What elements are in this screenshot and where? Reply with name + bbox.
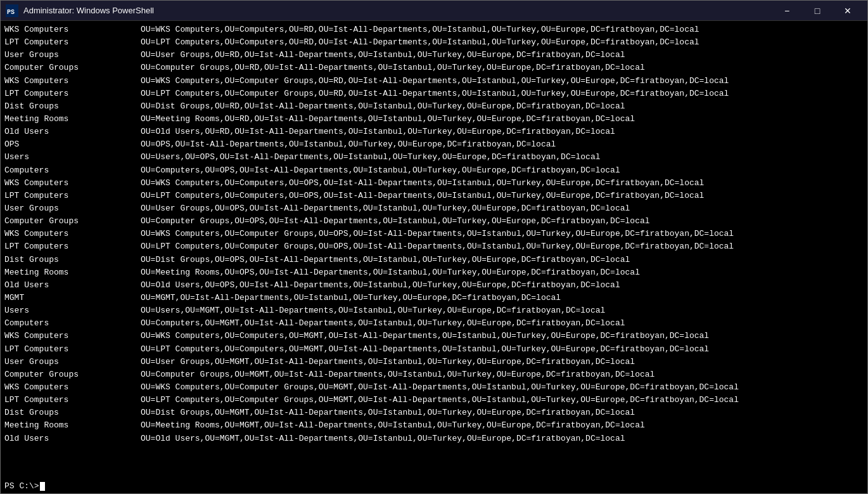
ou-name: Meeting Rooms xyxy=(4,266,141,279)
ou-name: Old Users xyxy=(4,432,141,445)
ou-dn: OU=LPT Computers,OU=Computers,OU=OPS,OU=… xyxy=(141,190,704,202)
prompt-line: PS C:\> xyxy=(4,481,864,491)
ou-dn: OU=Old Users,OU=RD,OU=Ist-All-Department… xyxy=(141,126,615,138)
ou-name: User Groups xyxy=(4,356,141,368)
table-row: Old UsersOU=Old Users,OU=RD,OU=Ist-All-D… xyxy=(4,126,864,138)
title-bar: PS Administrator: Windows PowerShell − □… xyxy=(1,1,867,21)
ou-name: WKS Computers xyxy=(4,228,141,240)
ou-name: User Groups xyxy=(4,49,141,62)
table-row: Meeting RoomsOU=Meeting Rooms,OU=OPS,OU=… xyxy=(4,266,864,279)
ou-name: Dist Groups xyxy=(4,100,141,113)
ou-name: LPT Computers xyxy=(4,88,141,100)
prompt-text: PS C:\> xyxy=(4,481,39,491)
table-row: UsersOU=Users,OU=MGMT,OU=Ist-All-Departm… xyxy=(4,304,864,317)
ou-name: WKS Computers xyxy=(4,75,141,88)
ou-name: WKS Computers xyxy=(4,177,141,190)
ou-dn: OU=User Groups,OU=RD,OU=Ist-All-Departme… xyxy=(141,49,625,62)
ou-dn: OU=Computer Groups,OU=RD,OU=Ist-All-Depa… xyxy=(141,62,645,74)
ou-dn: OU=LPT Computers,OU=Computers,OU=MGMT,OU… xyxy=(141,343,709,356)
table-row: Meeting RoomsOU=Meeting Rooms,OU=RD,OU=I… xyxy=(4,113,864,126)
table-row: Computer GroupsOU=Computer Groups,OU=MGM… xyxy=(4,368,864,381)
table-row: Dist GroupsOU=Dist Groups,OU=RD,OU=Ist-A… xyxy=(4,100,864,113)
console-area[interactable]: WKS ComputersOU=WKS Computers,OU=Compute… xyxy=(1,21,867,493)
ou-name: WKS Computers xyxy=(4,23,141,36)
ou-name: Users xyxy=(4,151,141,164)
ou-dn: OU=Computer Groups,OU=MGMT,OU=Ist-All-De… xyxy=(141,368,654,381)
ou-dn: OU=LPT Computers,OU=Computer Groups,OU=O… xyxy=(141,240,734,253)
ou-dn: OU=WKS Computers,OU=Computer Groups,OU=R… xyxy=(141,75,729,88)
table-row: WKS ComputersOU=WKS Computers,OU=Compute… xyxy=(4,177,864,190)
ou-name: Dist Groups xyxy=(4,254,141,266)
table-row: WKS ComputersOU=WKS Computers,OU=Compute… xyxy=(4,23,864,36)
table-row: ComputersOU=Computers,OU=MGMT,OU=Ist-All… xyxy=(4,317,864,330)
ou-dn: OU=OPS,OU=Ist-All-Departments,OU=Istanbu… xyxy=(141,138,556,151)
table-row: LPT ComputersOU=LPT Computers,OU=Compute… xyxy=(4,190,864,202)
ou-name: Meeting Rooms xyxy=(4,113,141,126)
ou-name: User Groups xyxy=(4,202,141,215)
table-row: LPT ComputersOU=LPT Computers,OU=Compute… xyxy=(4,240,864,253)
cursor xyxy=(40,482,45,491)
ou-dn: OU=Users,OU=OPS,OU=Ist-All-Departments,O… xyxy=(141,151,601,164)
ou-dn: OU=Old Users,OU=OPS,OU=Ist-All-Departmen… xyxy=(141,279,620,292)
ou-name: Old Users xyxy=(4,126,141,138)
table-row: LPT ComputersOU=LPT Computers,OU=Compute… xyxy=(4,343,864,356)
table-row: User GroupsOU=User Groups,OU=OPS,OU=Ist-… xyxy=(4,202,864,215)
close-button[interactable]: ✕ xyxy=(833,1,862,21)
ou-name: OPS xyxy=(4,138,141,151)
table-row: WKS ComputersOU=WKS Computers,OU=Compute… xyxy=(4,330,864,342)
table-row: User GroupsOU=User Groups,OU=RD,OU=Ist-A… xyxy=(4,49,864,62)
table-row: ComputersOU=Computers,OU=OPS,OU=Ist-All-… xyxy=(4,164,864,177)
ou-dn: OU=WKS Computers,OU=Computer Groups,OU=M… xyxy=(141,381,739,394)
table-row: WKS ComputersOU=WKS Computers,OU=Compute… xyxy=(4,228,864,240)
table-row: WKS ComputersOU=WKS Computers,OU=Compute… xyxy=(4,75,864,88)
ou-dn: OU=LPT Computers,OU=Computer Groups,OU=M… xyxy=(141,394,739,406)
ou-name: Computers xyxy=(4,317,141,330)
ou-name: Computers xyxy=(4,164,141,177)
window-title: Administrator: Windows PowerShell xyxy=(23,6,772,15)
ou-name: LPT Computers xyxy=(4,240,141,253)
ou-dn: OU=User Groups,OU=MGMT,OU=Ist-All-Depart… xyxy=(141,356,635,368)
ou-name: Dist Groups xyxy=(4,406,141,419)
table-row: MGMTOU=MGMT,OU=Ist-All-Departments,OU=Is… xyxy=(4,292,864,304)
ou-dn: OU=WKS Computers,OU=Computers,OU=OPS,OU=… xyxy=(141,177,704,190)
table-row: OPSOU=OPS,OU=Ist-All-Departments,OU=Ista… xyxy=(4,138,864,151)
table-row: Old UsersOU=Old Users,OU=OPS,OU=Ist-All-… xyxy=(4,279,864,292)
ou-dn: OU=WKS Computers,OU=Computers,OU=RD,OU=I… xyxy=(141,23,699,36)
ou-dn: OU=MGMT,OU=Ist-All-Departments,OU=Istanb… xyxy=(141,292,561,304)
table-row: LPT ComputersOU=LPT Computers,OU=Compute… xyxy=(4,36,864,49)
maximize-button[interactable]: □ xyxy=(803,1,832,21)
powershell-window: PS Administrator: Windows PowerShell − □… xyxy=(0,0,868,494)
ou-dn: OU=Dist Groups,OU=RD,OU=Ist-All-Departme… xyxy=(141,100,625,113)
console-output: WKS ComputersOU=WKS Computers,OU=Compute… xyxy=(4,23,864,476)
ou-name: Computer Groups xyxy=(4,368,141,381)
ou-dn: OU=WKS Computers,OU=Computer Groups,OU=O… xyxy=(141,228,734,240)
table-row: Dist GroupsOU=Dist Groups,OU=OPS,OU=Ist-… xyxy=(4,254,864,266)
svg-text:PS: PS xyxy=(7,9,15,16)
ou-name: Users xyxy=(4,304,141,317)
table-row: Computer GroupsOU=Computer Groups,OU=OPS… xyxy=(4,215,864,228)
ou-dn: OU=LPT Computers,OU=Computer Groups,OU=R… xyxy=(141,88,729,100)
ou-dn: OU=Meeting Rooms,OU=RD,OU=Ist-All-Depart… xyxy=(141,113,635,126)
table-row: Meeting RoomsOU=Meeting Rooms,OU=MGMT,OU… xyxy=(4,419,864,432)
table-row: Old UsersOU=Old Users,OU=MGMT,OU=Ist-All… xyxy=(4,432,864,445)
ou-dn: OU=User Groups,OU=OPS,OU=Ist-All-Departm… xyxy=(141,202,630,215)
ou-dn: OU=Meeting Rooms,OU=MGMT,OU=Ist-All-Depa… xyxy=(141,419,645,432)
ou-dn: OU=LPT Computers,OU=Computers,OU=RD,OU=I… xyxy=(141,36,699,49)
ou-dn: OU=Users,OU=MGMT,OU=Ist-All-Departments,… xyxy=(141,304,605,317)
table-row: LPT ComputersOU=LPT Computers,OU=Compute… xyxy=(4,394,864,406)
ou-name: WKS Computers xyxy=(4,381,141,394)
table-row: LPT ComputersOU=LPT Computers,OU=Compute… xyxy=(4,88,864,100)
ou-name: WKS Computers xyxy=(4,330,141,342)
ou-name: LPT Computers xyxy=(4,343,141,356)
ou-name: MGMT xyxy=(4,292,141,304)
window-controls: − □ ✕ xyxy=(772,1,862,21)
minimize-button[interactable]: − xyxy=(772,1,801,21)
ou-dn: OU=Computers,OU=MGMT,OU=Ist-All-Departme… xyxy=(141,317,625,330)
table-row: Computer GroupsOU=Computer Groups,OU=RD,… xyxy=(4,62,864,74)
table-row: User GroupsOU=User Groups,OU=MGMT,OU=Ist… xyxy=(4,356,864,368)
ou-name: Old Users xyxy=(4,279,141,292)
ou-name: LPT Computers xyxy=(4,190,141,202)
powershell-icon: PS xyxy=(6,4,18,17)
table-row: UsersOU=Users,OU=OPS,OU=Ist-All-Departme… xyxy=(4,151,864,164)
ou-dn: OU=WKS Computers,OU=Computers,OU=MGMT,OU… xyxy=(141,330,709,342)
